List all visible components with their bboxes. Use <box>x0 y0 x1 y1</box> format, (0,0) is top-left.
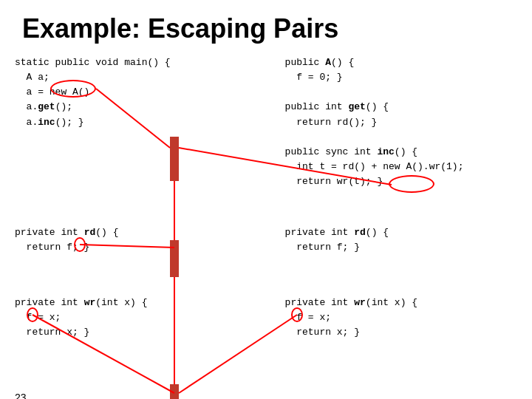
right-bottom-code: private int wr(int x) { f = x; return x;… <box>273 296 417 340</box>
code-line: f = x; <box>15 310 147 325</box>
marker-mid <box>170 240 179 277</box>
left-top-code: static public void main() { A a; a = new… <box>15 55 214 130</box>
right-mid-code: private int rd() { return f; } <box>273 225 389 255</box>
code-line: f = x; <box>273 310 417 325</box>
code-line: return wr(t); } <box>273 174 517 189</box>
code-line <box>273 85 517 100</box>
code-line: private int wr(int x) { <box>273 296 417 310</box>
marker-top <box>170 137 179 181</box>
code-line: private int wr(int x) { <box>15 296 147 310</box>
page-number: 23 <box>15 392 27 399</box>
left-bottom-code: private int wr(int x) { f = x; return x;… <box>15 296 147 340</box>
code-line: return x; } <box>15 325 147 340</box>
code-line: public int get() { <box>273 100 517 115</box>
code-line: a.inc(); } <box>15 115 214 130</box>
code-line: a.get(); <box>15 100 214 115</box>
code-line: return f; } <box>273 240 389 255</box>
left-mid-code: private int rd() { return f; } <box>15 225 118 255</box>
code-line: f = 0; } <box>273 70 517 85</box>
code-line: a = new A() <box>15 85 214 100</box>
code-line: public sync int inc() { <box>273 145 517 160</box>
title: Example: Escaping Pairs <box>0 0 532 52</box>
code-line: return rd(); } <box>273 115 517 130</box>
code-line: return f; } <box>15 240 118 255</box>
code-line: int t = rd() + new A().wr(1); <box>273 160 517 174</box>
marker-bottom <box>170 384 179 399</box>
right-top-code: public A() { f = 0; } public int get() {… <box>273 55 517 189</box>
code-line: return x; } <box>273 325 417 340</box>
code-line: static public void main() { <box>15 55 214 70</box>
code-line: A a; <box>15 70 214 85</box>
code-line: private int rd() { <box>15 225 118 240</box>
code-line: public A() { <box>273 55 517 70</box>
code-line: private int rd() { <box>273 225 389 240</box>
code-line <box>273 130 517 145</box>
